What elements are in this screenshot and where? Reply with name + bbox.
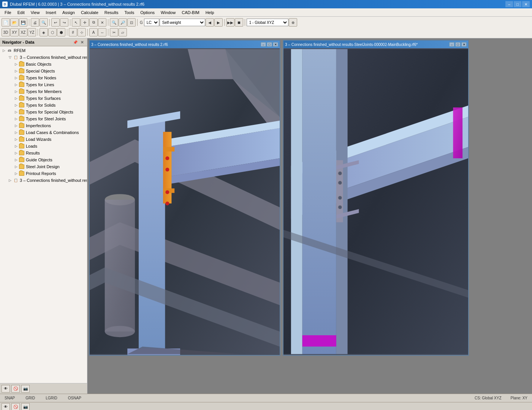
print-button[interactable]: 🖨 [31, 18, 39, 27]
tree-printout[interactable]: ▷ Printout Reports [0, 170, 87, 177]
tree-loads[interactable]: ▷ Loads [0, 143, 87, 150]
guide-expand-icon[interactable]: ▷ [14, 158, 18, 162]
coordinate-system-select[interactable]: 1 - Global XYZ [247, 19, 288, 26]
nav-eye-closed-button[interactable]: 🚫 [11, 385, 20, 393]
undo-button[interactable]: ↩ [51, 18, 60, 27]
nav-camera-button[interactable]: 📷 [21, 385, 30, 393]
tree-surfaces[interactable]: ▷ Types for Surfaces [0, 95, 87, 102]
menu-file[interactable]: File [2, 9, 14, 16]
tree-members[interactable]: ▷ Types for Members [0, 88, 87, 95]
tree-guide[interactable]: ▷ Guide Objects [0, 156, 87, 163]
loadwizards-expand-icon[interactable]: ▷ [14, 137, 18, 142]
plane-button[interactable]: ▱ [119, 28, 127, 36]
view-yz-button[interactable]: YZ [28, 28, 36, 36]
taskbar-view-button[interactable]: 👁 [2, 403, 10, 410]
printout-expand-icon[interactable]: ▷ [14, 171, 18, 176]
menu-window[interactable]: Window [158, 9, 179, 16]
menu-view[interactable]: View [28, 9, 43, 16]
cs-button[interactable]: ⊕ [289, 18, 297, 27]
move-button[interactable]: ✛ [81, 18, 89, 27]
tree-special[interactable]: ▷ Special Objects [0, 68, 87, 74]
select-button[interactable]: ↖ [72, 18, 80, 27]
subwindow-1-minimize[interactable]: – [261, 42, 266, 47]
subwindow-1-titlebar[interactable]: 3 – Connections finished_without results… [90, 41, 280, 48]
tree-lines[interactable]: ▷ Types for Lines [0, 81, 87, 88]
next-loadcase-button[interactable]: ▶ [214, 18, 223, 27]
subwindow-1-close[interactable]: ✕ [273, 42, 278, 47]
menu-help[interactable]: Help [203, 9, 217, 16]
subwindow-2-close[interactable]: ✕ [461, 42, 467, 47]
surfaces-expand-icon[interactable]: ▷ [14, 96, 18, 101]
tree-results[interactable]: ▷ Results [0, 150, 87, 156]
loadcase-name-select[interactable]: Self-weight [160, 19, 205, 26]
print-preview-button[interactable]: 🔍 [40, 18, 48, 27]
tree-loadwizards[interactable]: ▷ Load Wizards [0, 136, 87, 143]
menu-insert[interactable]: Insert [43, 9, 59, 16]
dim-button[interactable]: ↔ [98, 28, 106, 36]
tree-steeljoint[interactable]: ▷ Steel Joint Design [0, 163, 87, 170]
taskbar-hide-button[interactable]: 🚫 [11, 403, 20, 410]
status-lgrid[interactable]: LGRID [44, 396, 59, 401]
solid-button[interactable]: ⬢ [57, 28, 65, 36]
wireframe-button[interactable]: ⬡ [48, 28, 57, 36]
taskbar-camera-button[interactable]: 📷 [21, 403, 30, 410]
zoom-fit-button[interactable]: ⊡ [127, 18, 136, 27]
prev-loadcase-button[interactable]: ◀ [206, 18, 214, 27]
delete-button[interactable]: ✕ [98, 18, 106, 27]
tree-model3[interactable]: ▽ 📋 3 – Connections finished_without res… [0, 54, 87, 61]
nodes-expand-icon[interactable]: ▷ [14, 76, 18, 80]
menu-edit[interactable]: Edit [14, 9, 28, 16]
imperfections-expand-icon[interactable]: ▷ [14, 123, 18, 128]
loadcases-expand-icon[interactable]: ▷ [14, 130, 18, 135]
subwindow-2-minimize[interactable]: – [449, 42, 454, 47]
view-3d-button[interactable]: 3D [2, 28, 10, 36]
redo-button[interactable]: ↪ [60, 18, 68, 27]
tree-rfem[interactable]: ▷ 🗃 RFEM [0, 47, 87, 54]
nav-pin-icon[interactable]: 📌 [73, 39, 78, 45]
menu-results[interactable]: Results [101, 9, 122, 16]
tree-solids[interactable]: ▷ Types for Solids [0, 102, 87, 109]
tree-imperfections[interactable]: ▷ Imperfections [0, 122, 87, 129]
status-osnap[interactable]: OSNAP [66, 396, 83, 401]
model3-expand-icon[interactable]: ▽ [8, 55, 12, 60]
save-button[interactable]: 💾 [19, 18, 27, 27]
basic-expand-icon[interactable]: ▷ [14, 62, 18, 66]
steeljoints-expand-icon[interactable]: ▷ [14, 117, 18, 121]
menu-options[interactable]: Options [137, 9, 158, 16]
grid-button[interactable]: # [69, 28, 77, 36]
tree-loadcases[interactable]: ▷ Load Cases & Combinations [0, 129, 87, 136]
model3b-expand-icon[interactable]: ▷ [8, 178, 12, 183]
loadcase-select[interactable]: LC1 [144, 19, 159, 26]
tree-model3b[interactable]: ▷ 📋 3 – Connections finished_without res… [0, 177, 87, 184]
tree-basic[interactable]: ▷ Basic Objects [0, 61, 87, 68]
tree-steeljoints[interactable]: ▷ Types for Steel Joints [0, 115, 87, 122]
members-expand-icon[interactable]: ▷ [14, 89, 18, 94]
render-button[interactable]: ◈ [40, 28, 48, 36]
zoom-in-button[interactable]: 🔍 [110, 18, 118, 27]
subwindow-1-maximize[interactable]: □ [267, 42, 272, 47]
special-expand-icon[interactable]: ▷ [14, 69, 18, 73]
tree-nodes[interactable]: ▷ Types for Nodes [0, 74, 87, 81]
status-grid[interactable]: GRID [24, 396, 36, 401]
loads-expand-icon[interactable]: ▷ [14, 144, 18, 148]
maximize-button[interactable]: □ [514, 1, 521, 7]
menu-assign[interactable]: Assign [59, 9, 78, 16]
close-button[interactable]: ✕ [522, 1, 530, 7]
subwindow-2-maximize[interactable]: □ [455, 42, 461, 47]
rfem-expand-icon[interactable]: ▷ [2, 48, 6, 53]
specialobj-expand-icon[interactable]: ▷ [14, 110, 18, 114]
menu-tools[interactable]: Tools [121, 9, 137, 16]
open-button[interactable]: 📂 [10, 18, 19, 27]
menu-cadbim[interactable]: CAD-BIM [179, 9, 202, 16]
minimize-button[interactable]: – [505, 1, 513, 7]
subwindow-2-titlebar[interactable]: 3 – Connections finished_without results… [283, 41, 468, 48]
stop-button[interactable]: ⏹ [235, 18, 243, 27]
section-button[interactable]: ✂ [110, 28, 118, 36]
steeljoint-expand-icon[interactable]: ▷ [14, 164, 18, 169]
nav-close-icon[interactable]: ✕ [79, 39, 85, 45]
lines-expand-icon[interactable]: ▷ [14, 82, 18, 87]
copy-button[interactable]: ⧉ [89, 18, 98, 27]
label-button[interactable]: A [89, 28, 98, 36]
results-expand-icon[interactable]: ▷ [14, 151, 18, 155]
menu-calculate[interactable]: Calculate [78, 9, 101, 16]
